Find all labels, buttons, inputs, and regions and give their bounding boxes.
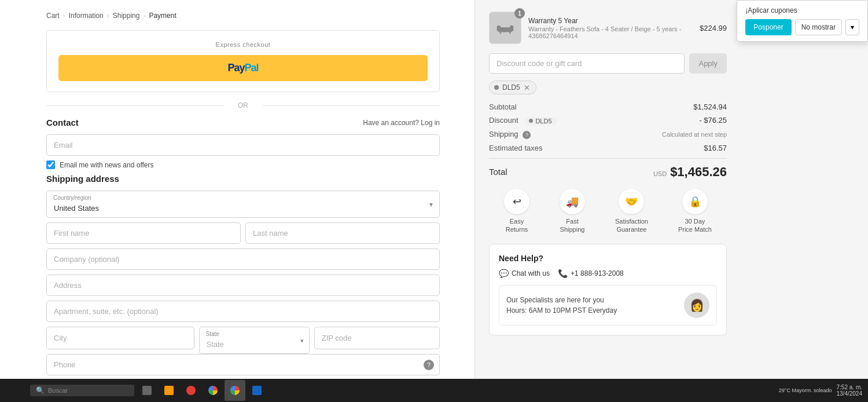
svg-rect-5 [509, 32, 510, 34]
breadcrumb: Cart › Information › Shipping › Payment [46, 12, 440, 20]
first-name-field[interactable] [46, 222, 241, 244]
apt-field[interactable] [46, 301, 440, 322]
contact-title: Contact [46, 118, 79, 127]
email-offers-row: Email me with news and offers [46, 160, 440, 169]
address-field[interactable] [46, 275, 440, 296]
taskbar: 🔍 29°C Mayorm. soleado 7:52 a. m. 13/4/2… [0, 379, 868, 402]
company-field[interactable] [46, 248, 440, 270]
firefox-icon [186, 386, 196, 395]
taskbar-search-input[interactable] [48, 387, 128, 394]
taxes-value: $16.57 [704, 144, 727, 152]
taskbar-chrome2[interactable] [225, 380, 245, 401]
phone-link[interactable]: 📞 +1 888-913-2008 [558, 269, 624, 278]
city-state-zip-row: State State ▾ [46, 327, 440, 354]
total-amount: $1,465.26 [670, 165, 727, 180]
breadcrumb-sep-2: › [107, 12, 109, 20]
easy-returns-label: EasyReturns [504, 217, 529, 234]
task-view-icon [142, 386, 152, 395]
product-image-wrap: 1 [489, 12, 521, 44]
name-row [46, 222, 440, 248]
phone-help-icon[interactable]: ? [424, 360, 434, 370]
file-explorer-icon [164, 386, 174, 395]
country-select[interactable]: United States [46, 191, 440, 218]
satisfaction-label: SatisfactionGuarantee [615, 217, 648, 234]
phone-field[interactable] [46, 354, 440, 375]
state-select-wrapper: State State ▾ [199, 327, 310, 354]
need-help-title: Need Help? [499, 254, 717, 263]
email-offers-checkbox[interactable] [46, 160, 55, 169]
breadcrumb-sep-3: › [143, 12, 145, 20]
express-checkout-section: Express checkout PayPal [46, 30, 440, 92]
price-match-label: 30 DayPrice Match [678, 217, 712, 234]
order-summary-panel: 1 Warranty 5 Year Warranty - Feathers So… [475, 0, 741, 402]
paypal-button[interactable]: PayPal [58, 55, 428, 81]
popup-arrow-button[interactable]: ▾ [845, 19, 859, 35]
popup-postpone-button[interactable]: Posponer [745, 19, 791, 35]
specialist-text: Our Specialists are here for you Hours: … [506, 295, 617, 316]
satisfaction-icon: 🤝 [619, 189, 644, 214]
easy-returns-icon: ↩ [504, 189, 529, 214]
subtotal-value: $1,524.94 [693, 103, 727, 111]
taskbar-chrome[interactable] [203, 380, 223, 401]
total-row: Total USD $1,465.26 [489, 165, 727, 180]
trust-easy-returns: ↩ EasyReturns [504, 189, 529, 234]
discount-tag: DLD5 ✕ [489, 81, 536, 94]
paypal-logo: PayPal [227, 62, 258, 74]
contact-section-header: Contact Have an account? Log in [46, 118, 440, 127]
taskbar-app-icons [134, 380, 773, 401]
taskbar-edge[interactable] [247, 380, 267, 401]
edge-icon [252, 386, 262, 395]
last-name-field[interactable] [245, 222, 440, 244]
svg-rect-3 [499, 29, 510, 32]
breadcrumb-shipping[interactable]: Shipping [113, 12, 140, 20]
log-in-link[interactable]: Log in [421, 119, 440, 127]
apply-button[interactable]: Apply [689, 53, 727, 74]
taskbar-task-view[interactable] [137, 380, 157, 401]
breadcrumb-information[interactable]: Information [69, 12, 104, 20]
product-variant: Warranty - Feathers Sofa - 4 Seater / Be… [528, 25, 693, 39]
taxes-label: Estimated taxes [489, 144, 543, 152]
shipping-help-icon: ? [523, 131, 531, 139]
express-label: Express checkout [58, 41, 428, 48]
discount-code-pill: DLD5 [524, 117, 556, 125]
taskbar-search[interactable]: 🔍 [30, 385, 134, 396]
price-divider [489, 158, 727, 159]
chat-icon: 💬 [499, 269, 509, 278]
zip-field[interactable] [314, 327, 440, 349]
taskbar-file-explorer[interactable] [159, 380, 179, 401]
trust-satisfaction: 🤝 SatisfactionGuarantee [615, 189, 648, 234]
chrome2-icon [230, 386, 240, 395]
taskbar-system-tray: 29°C Mayorm. soleado 7:52 a. m. 13/4/202… [773, 384, 868, 397]
qty-badge: 1 [514, 8, 525, 19]
product-price: $224.99 [700, 24, 727, 32]
city-field[interactable] [46, 327, 194, 349]
shipping-row: Shipping ? Calculated at next step [489, 130, 727, 139]
checkout-left-panel: Cart › Information › Shipping › Payment … [0, 0, 475, 402]
discount-input[interactable] [489, 53, 685, 74]
shipping-label: Shipping ? [489, 130, 531, 139]
taskbar-time-date: 7:52 a. m. 13/4/2024 [837, 384, 863, 397]
state-select[interactable]: State [199, 327, 310, 354]
taskbar-firefox[interactable] [181, 380, 201, 401]
or-divider: OR [46, 101, 440, 109]
total-label: Total [489, 167, 507, 177]
chat-link[interactable]: 💬 Chat with us [499, 269, 550, 278]
subtotal-label: Subtotal [489, 103, 517, 111]
email-field[interactable] [46, 134, 440, 156]
price-match-icon: 🔒 [682, 189, 708, 214]
breadcrumb-payment: Payment [149, 12, 176, 20]
breadcrumb-sep-1: › [63, 12, 65, 20]
fast-shipping-label: FastShipping [560, 217, 585, 234]
trust-icons-row: ↩ EasyReturns 🚚 FastShipping 🤝 Satisfact… [489, 189, 727, 234]
svg-rect-4 [499, 32, 501, 34]
discount-dot [494, 85, 499, 90]
country-select-wrapper: Country/region United States ▾ [46, 191, 440, 218]
discount-price-row: Discount DLD5 - $76.25 [489, 116, 727, 125]
popup-hide-button[interactable]: No mostrar [795, 19, 842, 35]
phone-icon: 📞 [558, 269, 568, 278]
discount-remove-button[interactable]: ✕ [524, 84, 530, 92]
specialist-avatar: 👩 [684, 293, 709, 318]
breadcrumb-cart[interactable]: Cart [46, 12, 60, 20]
email-offers-label[interactable]: Email me with news and offers [60, 161, 154, 169]
notification-popup: ¡Aplicar cupones Posponer No mostrar ▾ [737, 0, 868, 42]
